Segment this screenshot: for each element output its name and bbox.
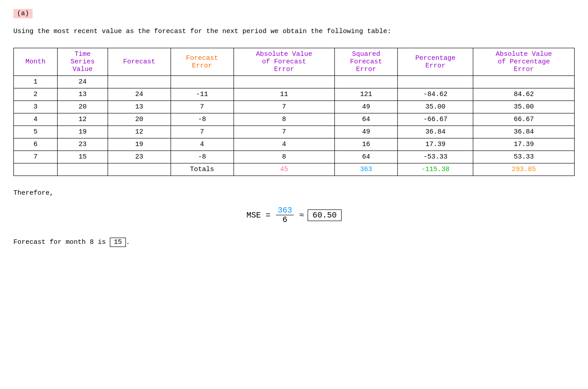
part-label: (a) bbox=[13, 9, 33, 18]
cell-forecast: 12 bbox=[108, 126, 171, 138]
cell-ts: 23 bbox=[58, 138, 108, 151]
cell-forecast: 23 bbox=[108, 151, 171, 163]
cell-fe: 4 bbox=[171, 138, 234, 151]
cell-month: 3 bbox=[14, 101, 58, 113]
table-row: 71523-8864-53.3353.33 bbox=[14, 151, 575, 163]
table-row: 124 bbox=[14, 76, 575, 88]
cell-sfe: 49 bbox=[335, 126, 398, 138]
mse-denominator: 6 bbox=[281, 215, 289, 224]
cell-ts: 19 bbox=[58, 126, 108, 138]
cell-sfe: 121 bbox=[335, 88, 398, 101]
cell-sfe: 64 bbox=[335, 151, 398, 163]
mse-numerator: 363 bbox=[276, 206, 294, 215]
cell-avfe: 8 bbox=[234, 151, 334, 163]
cell-avfe: 7 bbox=[234, 126, 334, 138]
header-month: Month bbox=[14, 48, 58, 76]
cell-avpe bbox=[473, 76, 575, 88]
table-row: 62319441617.3917.39 bbox=[14, 138, 575, 151]
cell-forecast: 24 bbox=[108, 88, 171, 101]
cell-sfe: 49 bbox=[335, 101, 398, 113]
cell-pe: 36.84 bbox=[398, 126, 473, 138]
cell-month: 2 bbox=[14, 88, 58, 101]
cell-forecast: 19 bbox=[108, 138, 171, 151]
cell-ts: 13 bbox=[58, 88, 108, 101]
cell-avpe: 84.62 bbox=[473, 88, 575, 101]
cell-pe: -84.62 bbox=[398, 88, 473, 101]
header-forecast: Forecast bbox=[108, 48, 171, 76]
cell-fe: -11 bbox=[171, 88, 234, 101]
cell-sfe: 64 bbox=[335, 113, 398, 126]
cell-avfe: 7 bbox=[234, 101, 334, 113]
table-row: 41220-8864-66.6766.67 bbox=[14, 113, 575, 126]
cell-fe: -8 bbox=[171, 113, 234, 126]
cell-avfe: 4 bbox=[234, 138, 334, 151]
cell-month: 1 bbox=[14, 76, 58, 88]
cell-forecast: 13 bbox=[108, 101, 171, 113]
totals-avpe: 293.85 bbox=[473, 163, 575, 176]
cell-avfe: 11 bbox=[234, 88, 334, 101]
mse-fraction: 363 6 bbox=[276, 206, 294, 224]
cell-sfe: 16 bbox=[335, 138, 398, 151]
mse-formula: MSE = 363 6 ≈ 60.50 bbox=[13, 206, 575, 224]
cell-fe: 7 bbox=[171, 126, 234, 138]
forecast-table: Month TimeSeriesValue Forecast ForecastE… bbox=[13, 48, 575, 176]
cell-month: 7 bbox=[14, 151, 58, 163]
totals-ts bbox=[58, 163, 108, 176]
totals-label: Totals bbox=[171, 163, 234, 176]
totals-row: Totals 45 363 -115.38 293.85 bbox=[14, 163, 575, 176]
cell-avpe: 53.33 bbox=[473, 151, 575, 163]
totals-pe: -115.38 bbox=[398, 163, 473, 176]
mse-value: 60.50 bbox=[308, 209, 342, 221]
period: . bbox=[126, 238, 130, 246]
cell-avfe: 8 bbox=[234, 113, 334, 126]
cell-ts: 15 bbox=[58, 151, 108, 163]
cell-ts: 12 bbox=[58, 113, 108, 126]
cell-forecast bbox=[108, 76, 171, 88]
mse-approx: ≈ bbox=[299, 211, 304, 220]
header-sfe: SquaredForecastError bbox=[335, 48, 398, 76]
cell-fe: 7 bbox=[171, 101, 234, 113]
cell-avpe: 66.67 bbox=[473, 113, 575, 126]
cell-avpe: 17.39 bbox=[473, 138, 575, 151]
cell-pe: -66.67 bbox=[398, 113, 473, 126]
cell-ts: 20 bbox=[58, 101, 108, 113]
totals-sfe: 363 bbox=[335, 163, 398, 176]
mse-label: MSE = bbox=[246, 211, 271, 220]
header-pe: PercentageError bbox=[398, 48, 473, 76]
therefore-text: Therefore, bbox=[13, 189, 575, 197]
table-row: 32013774935.0035.00 bbox=[14, 101, 575, 113]
totals-f bbox=[108, 163, 171, 176]
cell-month: 5 bbox=[14, 126, 58, 138]
cell-sfe bbox=[335, 76, 398, 88]
forecast-line-text: Forecast for month 8 is bbox=[13, 238, 106, 246]
table-row: 51912774936.8436.84 bbox=[14, 126, 575, 138]
totals-avfe: 45 bbox=[234, 163, 334, 176]
cell-month: 6 bbox=[14, 138, 58, 151]
cell-month: 4 bbox=[14, 113, 58, 126]
header-avpe: Absolute Valueof PercentageError bbox=[473, 48, 575, 76]
cell-fe bbox=[171, 76, 234, 88]
intro-text: Using the most recent value as the forec… bbox=[13, 26, 575, 37]
totals-m bbox=[14, 163, 58, 176]
header-ts: TimeSeriesValue bbox=[58, 48, 108, 76]
table-row: 21324-1111121-84.6284.62 bbox=[14, 88, 575, 101]
cell-pe: -53.33 bbox=[398, 151, 473, 163]
cell-ts: 24 bbox=[58, 76, 108, 88]
header-fe: ForecastError bbox=[171, 48, 234, 76]
cell-avpe: 36.84 bbox=[473, 126, 575, 138]
cell-pe: 35.00 bbox=[398, 101, 473, 113]
header-avfe: Absolute Valueof ForecastError bbox=[234, 48, 334, 76]
cell-avfe bbox=[234, 76, 334, 88]
cell-avpe: 35.00 bbox=[473, 101, 575, 113]
forecast-line: Forecast for month 8 is 15. bbox=[13, 238, 575, 247]
cell-fe: -8 bbox=[171, 151, 234, 163]
cell-pe: 17.39 bbox=[398, 138, 473, 151]
forecast-value: 15 bbox=[110, 238, 126, 247]
cell-forecast: 20 bbox=[108, 113, 171, 126]
cell-pe bbox=[398, 76, 473, 88]
